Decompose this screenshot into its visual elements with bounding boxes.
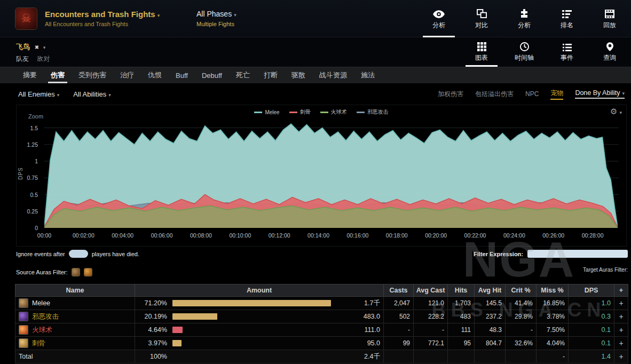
expand-row-button[interactable]: + <box>614 297 628 310</box>
nav-problems-label: 分析 <box>518 21 531 30</box>
chart-plot-area[interactable] <box>44 121 619 228</box>
player-toolbar: 飞鸟 ✖ ▾ 队友 敌对 图表 时间轴 <box>0 37 631 67</box>
col-avg-hit[interactable]: Avg Hit <box>475 284 506 297</box>
col-miss[interactable]: Miss % <box>537 284 569 297</box>
tab-casts[interactable]: 施法 <box>354 67 382 83</box>
legend-fireball[interactable]: 火球术 <box>320 108 347 116</box>
col-casts[interactable]: Casts <box>384 284 414 297</box>
col-name[interactable]: Name <box>15 284 135 297</box>
amount-pct: 3.97% <box>138 339 167 347</box>
col-dps[interactable]: DPS <box>569 284 614 297</box>
tab-buffs[interactable]: Buff <box>169 67 195 83</box>
legend-swatch <box>357 112 365 113</box>
film-icon <box>605 7 614 18</box>
avg-hit-value: 48.3 <box>475 323 506 337</box>
avg-hit-value <box>475 350 506 363</box>
tab-healing[interactable]: 治疗 <box>113 67 141 83</box>
enemies-dropdown[interactable]: All Enemies▾ <box>18 90 59 98</box>
top-nav: 分析 对比 分析 排名 <box>417 0 631 37</box>
grid-icon <box>477 42 486 51</box>
miss-value: - <box>537 350 569 363</box>
view-charts[interactable]: 图表 <box>460 37 503 67</box>
tab-summary[interactable]: 摘要 <box>16 67 44 83</box>
table-row: 邪恶攻击 20.19%483.0 502 228.2 483 237.2 29.… <box>15 310 628 323</box>
view-queries[interactable]: 查询 <box>588 37 631 67</box>
view-timeline[interactable]: 时间轴 <box>503 37 546 67</box>
ability-link[interactable]: 刺骨 <box>19 338 131 348</box>
nav-compare[interactable]: 对比 <box>460 0 503 37</box>
col-amount[interactable]: Amount <box>135 284 384 297</box>
col-crit[interactable]: Crit % <box>506 284 537 297</box>
pets-toggle[interactable]: 宠物 <box>550 89 563 100</box>
nav-problems[interactable]: 分析 <box>503 0 546 37</box>
friendlies-toggle[interactable]: 队友 <box>16 55 29 62</box>
include-overkill-toggle[interactable]: 包括溢出伤害 <box>475 90 514 99</box>
npc-toggle[interactable]: NPC <box>525 90 539 98</box>
view-queries-label: 查询 <box>603 53 616 62</box>
view-events-label: 事件 <box>561 53 573 62</box>
abilities-dropdown[interactable]: All Abilities▾ <box>73 90 111 98</box>
tab-deaths[interactable]: 死亡 <box>229 67 257 83</box>
tab-threat[interactable]: 仇恨 <box>141 67 169 83</box>
chart-settings-button[interactable]: ⚙▾ <box>610 107 622 116</box>
legend-bite[interactable]: 刺骨 <box>289 108 311 116</box>
tab-resources[interactable]: 战斗资源 <box>312 67 354 83</box>
ignore-events-label: Ignore events after <box>16 251 65 257</box>
amount-value: 483.0 <box>343 313 380 320</box>
col-expand[interactable]: + <box>614 284 628 297</box>
enemies-toggle[interactable]: 敌对 <box>37 55 50 62</box>
filter-expression-input[interactable] <box>527 250 628 258</box>
boss-logo-icon[interactable]: ☠ <box>15 7 37 30</box>
casts-value: 99 <box>384 337 414 350</box>
phase-selector[interactable]: All Phases▾ Multiple Fights <box>196 10 236 27</box>
expand-row-button[interactable]: + <box>614 323 628 337</box>
chart-legend: Melee 刺骨 火球术 邪恶攻击 <box>17 108 626 116</box>
tab-damage-taken[interactable]: 受到伤害 <box>72 67 113 83</box>
caret-down-icon: ▾ <box>619 110 622 115</box>
miss-value: 4.04% <box>537 337 569 350</box>
miss-value: 3.78% <box>537 310 569 323</box>
avg-hit-value: 237.2 <box>475 310 506 323</box>
weighted-damage-toggle[interactable]: 加权伤害 <box>438 90 463 99</box>
nav-replay[interactable]: 回放 <box>588 0 631 37</box>
view-events[interactable]: 事件 <box>546 37 588 67</box>
expand-row-button[interactable]: + <box>614 310 628 323</box>
table-total-row: Total 100%2.4千 - 1.4 + <box>15 350 628 363</box>
avg-hit-value: 804.7 <box>475 337 506 350</box>
ability-link[interactable]: Melee <box>19 298 131 308</box>
source-aura-icon-1[interactable] <box>72 268 80 276</box>
caret-down-icon: ▾ <box>57 92 60 98</box>
nav-analyze[interactable]: 分析 <box>417 0 460 37</box>
done-by-ability-dropdown[interactable]: Done By Ability▾ <box>575 89 625 99</box>
compare-icon <box>477 7 487 18</box>
close-icon[interactable]: ✖ <box>35 44 39 50</box>
tab-debuffs[interactable]: Debuff <box>195 67 229 83</box>
report-title-block[interactable]: Encounters and Trash Fights▾ All Encount… <box>45 10 178 27</box>
tab-damage-done[interactable]: 伤害 <box>44 67 72 83</box>
ability-link[interactable]: 邪恶攻击 <box>19 312 131 321</box>
amount-pct: 4.64% <box>138 326 167 334</box>
damage-table: Name Amount Casts Avg Cast Hits Avg Hit … <box>15 284 628 363</box>
nav-replay-label: 回放 <box>603 21 616 30</box>
hits-value: 111 <box>448 323 475 337</box>
expand-row-button[interactable]: + <box>614 337 628 350</box>
caret-down-icon[interactable]: ▾ <box>43 45 46 50</box>
ability-link[interactable]: 火球术 <box>19 325 131 335</box>
tab-interrupts[interactable]: 打断 <box>257 67 285 83</box>
deaths-count-input[interactable] <box>69 250 88 258</box>
col-hits[interactable]: Hits <box>448 284 475 297</box>
filter-options: 加权伤害 包括溢出伤害 NPC 宠物 Done By Ability▾ <box>438 89 625 100</box>
col-avg-cast[interactable]: Avg Cast <box>414 284 448 297</box>
tab-dispels[interactable]: 驱散 <box>285 67 312 83</box>
nav-rankings-label: 排名 <box>561 21 573 30</box>
dps-value: 0.1 <box>569 323 614 337</box>
caret-down-icon: ▾ <box>622 91 625 96</box>
selected-player[interactable]: 飞鸟 ✖ ▾ <box>16 42 45 52</box>
casts-value <box>384 350 414 363</box>
source-aura-icon-2[interactable] <box>84 268 92 276</box>
legend-evil-strike[interactable]: 邪恶攻击 <box>357 108 389 116</box>
nav-rankings[interactable]: 排名 <box>546 0 588 37</box>
legend-melee[interactable]: Melee <box>254 108 279 116</box>
y-axis-ticks: 00.250.50.7511.251.5 <box>20 121 42 228</box>
expand-row-button[interactable]: + <box>614 350 628 363</box>
